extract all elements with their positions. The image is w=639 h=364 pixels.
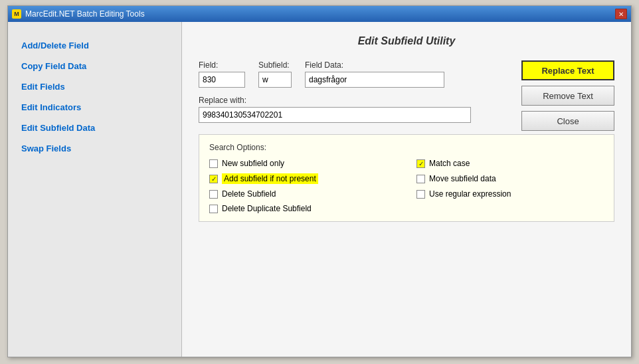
option-label-use-regular-expression: Use regular expression xyxy=(429,189,511,199)
field-data-group: Field Data: xyxy=(305,60,444,88)
app-icon: M xyxy=(12,9,21,19)
option-label-move-subfield-data: Move subfield data xyxy=(429,174,496,183)
close-window-button[interactable]: ✕ xyxy=(615,9,627,19)
sidebar-item-copy-field-data[interactable]: Copy Field Data xyxy=(18,56,171,76)
checkbox-match-case[interactable] xyxy=(416,159,425,168)
option-label-match-case: Match case xyxy=(429,159,470,168)
option-use-regular-expression: Use regular expression xyxy=(416,189,604,199)
checkbox-add-subfield-if-not-present[interactable] xyxy=(209,175,218,183)
option-label-delete-duplicate-subfield: Delete Duplicate Subfield xyxy=(222,204,312,213)
field-label: Field: xyxy=(199,60,245,70)
window-title: MarcEdit.NET Batch Editing Tools xyxy=(25,9,145,19)
options-grid: New subfield only Match case Add subfiel… xyxy=(209,159,604,213)
replace-with-input[interactable] xyxy=(199,107,471,123)
option-delete-duplicate-subfield: Delete Duplicate Subfield xyxy=(209,204,397,213)
option-label-add-subfield-if-not-present: Add subfield if not present xyxy=(222,173,318,184)
sidebar-item-edit-indicators[interactable]: Edit Indicators xyxy=(18,97,171,118)
checkbox-use-regular-expression[interactable] xyxy=(416,190,425,199)
checkbox-move-subfield-data[interactable] xyxy=(416,175,425,183)
option-label-delete-subfield: Delete Subfield xyxy=(222,189,276,199)
page-title: Edit Subfield Utility xyxy=(199,35,614,47)
checkbox-delete-duplicate-subfield[interactable] xyxy=(209,205,218,213)
sidebar-item-add-delete-field[interactable]: Add/Delete Field xyxy=(18,35,171,56)
replace-text-button[interactable]: Replace Text xyxy=(521,60,614,80)
checkbox-delete-subfield[interactable] xyxy=(209,190,218,199)
field-group: Field: xyxy=(199,60,245,88)
replace-with-row: Replace with: xyxy=(199,96,515,123)
sidebar-item-edit-fields[interactable]: Edit Fields xyxy=(18,76,171,97)
sidebar-item-swap-fields[interactable]: Swap Fields xyxy=(18,138,171,159)
option-new-subfield-only: New subfield only xyxy=(209,159,397,168)
close-button[interactable]: Close xyxy=(521,111,614,131)
remove-text-button[interactable]: Remove Text xyxy=(521,86,614,106)
option-move-subfield-data: Move subfield data xyxy=(416,173,604,184)
option-add-subfield-if-not-present: Add subfield if not present xyxy=(209,173,397,184)
title-bar: M MarcEdit.NET Batch Editing Tools ✕ xyxy=(8,6,631,22)
replace-with-label: Replace with: xyxy=(199,96,515,105)
checkbox-new-subfield-only[interactable] xyxy=(209,159,218,168)
fields-row: Field: Subfield: Field Data: xyxy=(199,60,515,88)
subfield-group: Subfield: xyxy=(258,60,292,88)
option-delete-subfield: Delete Subfield xyxy=(209,189,397,199)
field-input[interactable] xyxy=(199,72,245,88)
field-data-label: Field Data: xyxy=(305,60,444,70)
subfield-label: Subfield: xyxy=(258,60,292,70)
content-area: Add/Delete Field Copy Field Data Edit Fi… xyxy=(8,22,631,357)
main-area: Edit Subfield Utility Field: Subfield: xyxy=(182,22,631,357)
option-label-new-subfield-only: New subfield only xyxy=(222,159,284,168)
form-fields: Field: Subfield: Field Data: xyxy=(199,60,515,131)
main-window: M MarcEdit.NET Batch Editing Tools ✕ Add… xyxy=(7,5,632,357)
subfield-input[interactable] xyxy=(258,72,292,88)
search-options-box: Search Options: New subfield only Match … xyxy=(199,134,614,222)
field-data-input[interactable] xyxy=(305,72,444,88)
top-section: Field: Subfield: Field Data: xyxy=(199,60,614,131)
search-options-title: Search Options: xyxy=(209,143,604,152)
sidebar-item-edit-subfield-data[interactable]: Edit Subfield Data xyxy=(18,118,171,138)
option-match-case: Match case xyxy=(416,159,604,168)
buttons-column: Replace Text Remove Text Close xyxy=(521,60,614,131)
title-bar-left: M MarcEdit.NET Batch Editing Tools xyxy=(12,9,145,19)
sidebar: Add/Delete Field Copy Field Data Edit Fi… xyxy=(8,22,182,357)
